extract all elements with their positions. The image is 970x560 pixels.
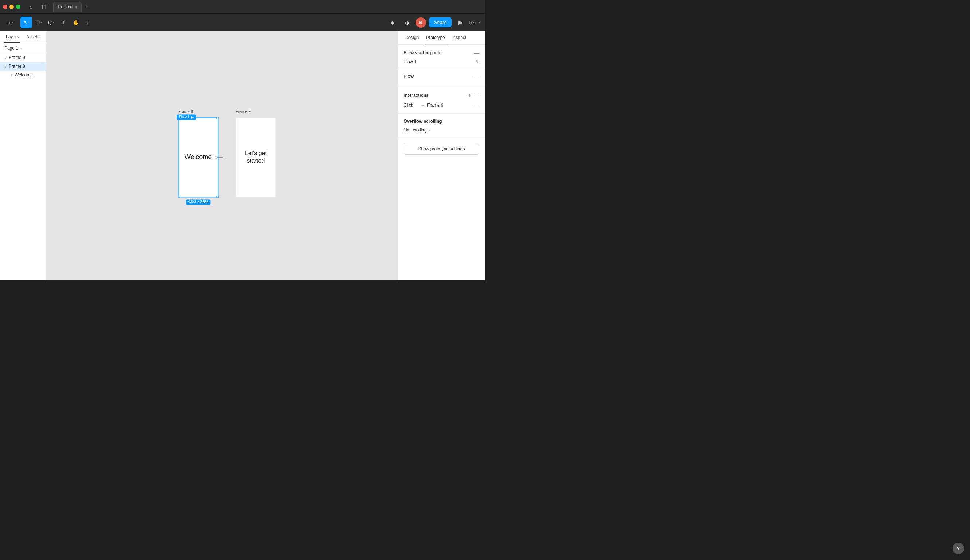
- flow-section-collapse-icon[interactable]: —: [474, 73, 479, 79]
- flow-name: Flow 1: [404, 59, 416, 65]
- select-chevron-icon: ▾: [28, 21, 30, 24]
- close-button[interactable]: [3, 5, 7, 9]
- frame-chevron-icon: ▾: [40, 21, 42, 24]
- overflow-scrolling-value: No scrolling: [404, 127, 427, 133]
- canvas[interactable]: Frame 8 Flow 1 ▶ Welcome: [47, 31, 398, 280]
- text-tool-button[interactable]: T: [58, 17, 69, 28]
- select-tool-button[interactable]: ↖ ▾: [20, 17, 32, 28]
- tab-add-icon[interactable]: +: [82, 3, 91, 10]
- flow-starting-point-section: Flow starting point — Flow 1 ✎: [398, 45, 485, 70]
- frame8-wrapper: Frame 8 Flow 1 ▶ Welcome: [178, 117, 218, 197]
- frame8-label: Frame 8: [178, 109, 193, 113]
- interactions-section: Interactions + — Click → Frame 9 —: [398, 87, 485, 113]
- interactions-header: Interactions + —: [404, 92, 479, 99]
- flow-badge[interactable]: Flow 1 ▶: [177, 114, 196, 120]
- interactions-title: Interactions: [404, 93, 428, 98]
- frames-row: Frame 8 Flow 1 ▶ Welcome: [178, 117, 276, 197]
- frame8-box[interactable]: Welcome →: [178, 117, 218, 197]
- corner-handle-bl[interactable]: [178, 195, 180, 198]
- toolbar-left-group: ⊞ ▾: [4, 17, 16, 28]
- tab-close-icon[interactable]: ×: [75, 5, 77, 9]
- theme-toggle-button[interactable]: ◑: [401, 17, 413, 28]
- frame-icon: ☐: [35, 20, 40, 25]
- corner-handle-br[interactable]: [216, 195, 219, 198]
- layer-item-welcome[interactable]: T Welcome: [0, 71, 46, 79]
- layers-tool-button[interactable]: ⊞ ▾: [4, 17, 16, 28]
- flow-starting-point-title: Flow starting point: [404, 50, 443, 55]
- overflow-scrolling-option[interactable]: No scrolling ⌄: [404, 127, 479, 133]
- component-icon-button[interactable]: ◆: [386, 17, 398, 28]
- interactions-add-icon[interactable]: +: [468, 92, 471, 99]
- interaction-target: Frame 9: [427, 103, 472, 108]
- overflow-scrolling-header: Overflow scrolling: [404, 119, 479, 124]
- zoom-level[interactable]: 5%: [469, 20, 475, 25]
- share-button[interactable]: Share: [429, 17, 452, 27]
- interactions-collapse-icon[interactable]: —: [474, 92, 479, 98]
- avatar[interactable]: B: [416, 17, 426, 28]
- prototype-settings-button[interactable]: Show prototype settings: [404, 143, 479, 155]
- overflow-scrolling-title: Overflow scrolling: [404, 119, 442, 124]
- frame-tool-button[interactable]: ☐ ▾: [33, 17, 44, 28]
- connection-circle: [215, 156, 217, 159]
- layer-item-frame8[interactable]: # Frame 8: [0, 62, 46, 71]
- flow-starting-point-collapse-icon[interactable]: —: [474, 50, 479, 56]
- maximize-button[interactable]: [16, 5, 20, 9]
- page-name: Page 1: [4, 45, 18, 51]
- flow-section-title: Flow: [404, 74, 413, 79]
- sidebar-tabs: Layers Assets: [0, 31, 46, 43]
- half-circle-icon: ◑: [405, 20, 409, 25]
- tab-prototype[interactable]: Prototype: [423, 31, 447, 44]
- flow-edit-icon[interactable]: ✎: [475, 59, 479, 65]
- title-bar: ⌂ TT Untitled × +: [0, 0, 485, 14]
- corner-handle-tr[interactable]: [216, 117, 219, 119]
- tab-design[interactable]: Design: [402, 31, 421, 44]
- flow-starting-point-header: Flow starting point —: [404, 50, 479, 56]
- app-home-icon[interactable]: ⌂: [26, 4, 35, 10]
- interactions-actions: + —: [468, 92, 479, 99]
- comment-tool-button[interactable]: ○: [82, 17, 94, 28]
- app-font-icon: TT: [38, 4, 50, 10]
- overflow-chevron-icon: ⌄: [428, 128, 431, 132]
- flow-badge-label: Flow 1: [179, 115, 189, 119]
- page-selector[interactable]: Page 1 ⌄: [0, 43, 46, 53]
- interaction-remove-icon[interactable]: —: [474, 102, 479, 108]
- size-label: 4328 × 8656: [186, 199, 211, 205]
- interaction-trigger: Click: [404, 103, 418, 108]
- frame9-box[interactable]: Let's get started: [236, 117, 276, 197]
- comment-icon: ○: [87, 20, 90, 25]
- left-sidebar: Layers Assets Page 1 ⌄ # Frame 9 # Frame…: [0, 31, 47, 280]
- hand-icon: ✋: [73, 20, 79, 25]
- page-chevron-icon: ⌄: [20, 46, 23, 50]
- tab-assets[interactable]: Assets: [25, 31, 41, 43]
- layers-chevron-icon: ▾: [12, 21, 13, 24]
- tab-untitled[interactable]: Untitled ×: [53, 2, 82, 12]
- welcome-text-icon: T: [10, 73, 12, 77]
- zoom-chevron-icon[interactable]: ▾: [479, 20, 481, 24]
- layer-item-frame9[interactable]: # Frame 9: [0, 53, 46, 62]
- connection-arrow: →: [215, 155, 227, 159]
- shape-tool-button[interactable]: ⬡ ▾: [45, 17, 57, 28]
- tab-inspect[interactable]: Inspect: [449, 31, 469, 44]
- overflow-scrolling-section: Overflow scrolling No scrolling ⌄: [398, 113, 485, 138]
- play-button[interactable]: ▶: [455, 17, 467, 28]
- flow-entry: Flow 1 ✎: [404, 59, 479, 65]
- minimize-button[interactable]: [10, 5, 14, 9]
- tab-layers[interactable]: Layers: [4, 31, 20, 43]
- frame9-label: Frame 9: [236, 109, 251, 113]
- tab-group: Untitled × +: [53, 2, 91, 12]
- hand-tool-button[interactable]: ✋: [70, 17, 82, 28]
- frame8-content: Welcome: [179, 118, 217, 197]
- canvas-content: Frame 8 Flow 1 ▶ Welcome: [178, 117, 276, 197]
- flow-section-header: Flow —: [404, 73, 479, 79]
- traffic-lights: [3, 5, 20, 9]
- frame9-icon: #: [4, 55, 7, 60]
- connection-arrowhead: →: [223, 155, 227, 159]
- play-icon: ▶: [458, 19, 463, 26]
- flow-play-icon: ▶: [191, 115, 194, 119]
- frame8-name: Frame 8: [9, 64, 25, 69]
- interaction-item: Click → Frame 9 —: [404, 102, 479, 108]
- frame9-content: Let's get started: [236, 118, 276, 197]
- layers-icon: ⊞: [7, 20, 12, 25]
- toolbar: ⊞ ▾ ↖ ▾ ☐ ▾ ⬡ ▾ T ✋ ○ ◆ ◑: [0, 14, 485, 31]
- shape-icon: ⬡: [48, 20, 52, 25]
